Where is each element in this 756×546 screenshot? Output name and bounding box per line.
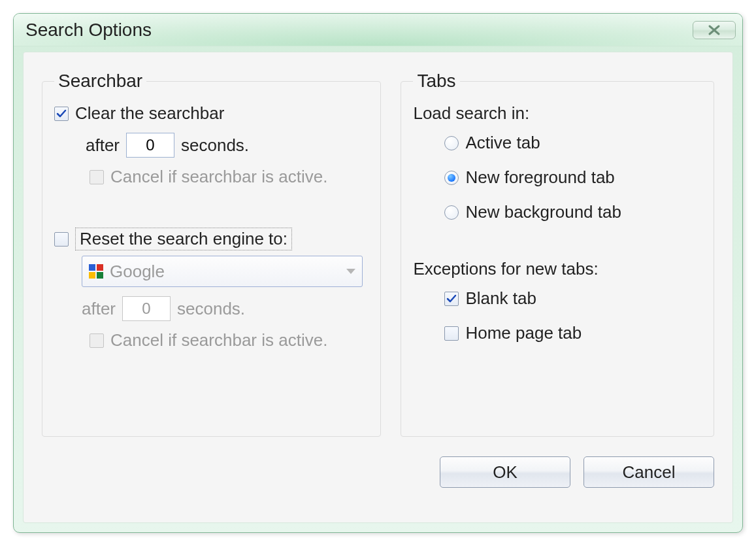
client-area: Searchbar Clear the searchbar after seco… bbox=[23, 52, 733, 523]
reset-engine-checkbox[interactable] bbox=[54, 232, 69, 247]
exception-blank-checkbox[interactable] bbox=[444, 292, 459, 306]
reset-seconds-suffix: seconds. bbox=[177, 299, 245, 319]
load-search-heading: Load search in: bbox=[413, 103, 702, 124]
reset-after-label: after bbox=[82, 299, 116, 319]
tabs-group: Tabs Load search in: Active tab New fore… bbox=[401, 71, 714, 437]
radio-new-foreground-row: New foreground tab bbox=[413, 167, 702, 188]
clear-cancel-row: Cancel if searchbar is active. bbox=[54, 167, 369, 187]
exception-blank-label: Blank tab bbox=[465, 288, 536, 309]
reset-cancel-label: Cancel if searchbar is active. bbox=[110, 330, 327, 350]
exceptions-heading: Exceptions for new tabs: bbox=[413, 259, 702, 279]
radio-new-background-label: New background tab bbox=[465, 202, 621, 222]
tabs-legend: Tabs bbox=[413, 71, 459, 92]
close-button[interactable] bbox=[693, 21, 736, 39]
search-engine-value: Google bbox=[110, 262, 165, 282]
radio-new-background-row: New background tab bbox=[413, 202, 702, 222]
clear-seconds-suffix: seconds. bbox=[181, 135, 249, 156]
radio-active-tab-row: Active tab bbox=[413, 133, 702, 153]
searchbar-group: Searchbar Clear the searchbar after seco… bbox=[42, 71, 381, 437]
reset-cancel-checkbox bbox=[90, 333, 104, 348]
radio-active-tab[interactable] bbox=[444, 136, 459, 150]
exception-home-checkbox[interactable] bbox=[444, 326, 459, 341]
close-icon bbox=[704, 24, 725, 36]
clear-searchbar-checkbox[interactable] bbox=[54, 107, 69, 121]
reset-after-row: after seconds. bbox=[54, 296, 369, 321]
reset-cancel-row: Cancel if searchbar is active. bbox=[54, 330, 369, 350]
exception-blank-row: Blank tab bbox=[413, 288, 702, 309]
clear-searchbar-label: Clear the searchbar bbox=[75, 103, 224, 124]
chevron-down-icon bbox=[346, 269, 355, 274]
svg-rect-3 bbox=[97, 272, 103, 279]
reset-engine-label: Reset the search engine to: bbox=[75, 228, 292, 250]
titlebar: Search Options bbox=[14, 14, 742, 46]
clear-after-row: after seconds. bbox=[54, 133, 369, 158]
svg-rect-1 bbox=[97, 264, 103, 271]
clear-cancel-checkbox bbox=[90, 170, 104, 184]
ok-button[interactable]: OK bbox=[440, 456, 570, 488]
google-icon bbox=[88, 263, 105, 280]
clear-cancel-label: Cancel if searchbar is active. bbox=[110, 167, 327, 187]
cancel-button[interactable]: Cancel bbox=[583, 456, 714, 488]
reset-seconds-input bbox=[122, 296, 171, 321]
exception-home-row: Home page tab bbox=[413, 323, 702, 343]
radio-new-background-tab[interactable] bbox=[444, 205, 459, 220]
searchbar-legend: Searchbar bbox=[54, 71, 146, 92]
radio-new-foreground-tab[interactable] bbox=[444, 171, 459, 185]
search-engine-dropdown[interactable]: Google bbox=[82, 256, 363, 287]
radio-active-tab-label: Active tab bbox=[465, 133, 540, 153]
exception-home-label: Home page tab bbox=[465, 323, 582, 343]
clear-searchbar-row: Clear the searchbar bbox=[54, 103, 369, 124]
reset-engine-row: Reset the search engine to: bbox=[54, 228, 369, 250]
dialog-buttons: OK Cancel bbox=[42, 456, 714, 488]
radio-new-foreground-label: New foreground tab bbox=[465, 167, 614, 188]
clear-seconds-input[interactable] bbox=[126, 133, 174, 158]
window-title: Search Options bbox=[25, 20, 152, 41]
clear-after-label: after bbox=[86, 135, 120, 156]
svg-rect-0 bbox=[89, 264, 95, 271]
svg-rect-2 bbox=[89, 272, 95, 279]
dialog-window: Search Options Searchbar Clear the searc… bbox=[13, 13, 743, 533]
